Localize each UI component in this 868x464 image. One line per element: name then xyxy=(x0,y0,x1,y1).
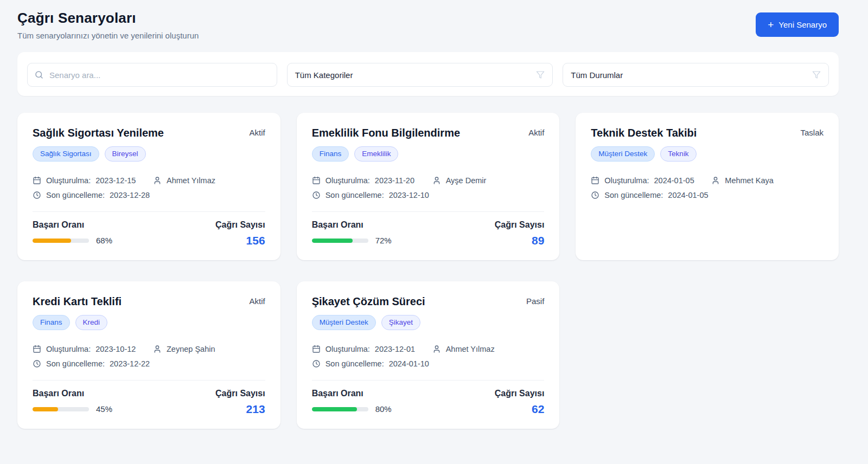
plus-icon: + xyxy=(768,20,774,30)
status-badge: Aktif xyxy=(528,127,544,137)
updated-date: Son güncelleme: 2023-12-28 xyxy=(33,191,265,199)
success-rate-label: Başarı Oranı xyxy=(312,389,392,398)
success-rate-value: 68% xyxy=(96,236,112,245)
scenario-title: Emeklilik Fonu Bilgilendirme xyxy=(312,127,460,139)
filter-bar: Tüm Kategoriler Tüm Durumlar xyxy=(17,52,839,96)
success-rate-label: Başarı Oranı xyxy=(312,220,392,230)
tag-badge: Finans xyxy=(312,146,349,162)
tag-badge: Emeklilik xyxy=(354,146,398,162)
updated-date: Son güncelleme: 2023-12-10 xyxy=(312,191,545,199)
call-count-value: 89 xyxy=(495,234,545,247)
success-rate-label: Başarı Oranı xyxy=(33,220,112,230)
clock-icon xyxy=(591,191,599,199)
user-icon xyxy=(711,176,720,185)
tag-badge: Şikayet xyxy=(381,315,420,330)
user-icon xyxy=(153,176,162,185)
clock-icon xyxy=(33,191,41,199)
status-badge: Aktif xyxy=(249,127,265,137)
header-text: Çağrı Senaryoları Tüm senaryolarınızı yö… xyxy=(17,10,199,40)
category-filter-select[interactable]: Tüm Kategoriler xyxy=(287,63,553,87)
search-input[interactable] xyxy=(27,63,277,87)
updated-date: Son güncelleme: 2024-01-05 xyxy=(591,191,824,199)
calendar-icon xyxy=(312,176,321,185)
created-date: Oluşturulma: 2023-12-01 xyxy=(312,345,432,353)
tag-badge: Teknik xyxy=(660,146,696,162)
scenario-card[interactable]: Teknik Destek Takibi Taslak Müşteri Dest… xyxy=(576,113,839,260)
updated-date: Son güncelleme: 2023-12-22 xyxy=(33,359,265,368)
page-title: Çağrı Senaryoları xyxy=(17,10,199,27)
created-date: Oluşturulma: 2023-12-15 xyxy=(33,176,153,185)
scenario-title: Teknik Destek Takibi xyxy=(591,127,697,139)
scenario-grid: Sağlık Sigortası Yenileme Aktif Sağlık S… xyxy=(17,113,839,429)
user-icon xyxy=(432,176,441,185)
new-scenario-button[interactable]: + Yeni Senaryo xyxy=(756,12,839,37)
calendar-icon xyxy=(33,176,41,185)
tag-badge: Finans xyxy=(33,315,70,330)
clock-icon xyxy=(312,191,321,199)
calendar-icon xyxy=(591,176,599,185)
scenario-title: Sağlık Sigortası Yenileme xyxy=(33,127,164,139)
progress-bar xyxy=(312,239,368,243)
filter-funnel-icon xyxy=(812,70,821,79)
status-badge: Aktif xyxy=(249,295,265,306)
status-filter-select[interactable]: Tüm Durumlar xyxy=(563,63,829,87)
filter-funnel-icon xyxy=(536,70,545,79)
tag-badge: Sağlık Sigortası xyxy=(33,146,99,162)
scenario-title: Kredi Kartı Teklifi xyxy=(33,295,122,308)
calendar-icon xyxy=(33,345,41,353)
call-count-label: Çağrı Sayısı xyxy=(215,389,265,398)
owner: Ayşe Demir xyxy=(432,176,545,185)
owner: Ahmet Yılmaz xyxy=(153,176,265,185)
scenario-card[interactable]: Kredi Kartı Teklifi Aktif Finans Kredi O… xyxy=(17,281,280,429)
search-field-wrap xyxy=(27,63,277,87)
page-header: Çağrı Senaryoları Tüm senaryolarınızı yö… xyxy=(17,10,839,40)
calendar-icon xyxy=(312,345,321,353)
status-filter-value: Tüm Durumlar xyxy=(571,70,623,80)
progress-bar xyxy=(33,407,89,411)
clock-icon xyxy=(33,359,41,368)
created-date: Oluşturulma: 2023-10-12 xyxy=(33,345,153,353)
success-rate-label: Başarı Oranı xyxy=(33,389,112,398)
scenario-card[interactable]: Sağlık Sigortası Yenileme Aktif Sağlık S… xyxy=(17,113,280,260)
success-rate-value: 45% xyxy=(96,404,112,414)
call-count-label: Çağrı Sayısı xyxy=(215,220,265,230)
tag-badge: Kredi xyxy=(75,315,108,330)
owner: Mehmet Kaya xyxy=(711,176,824,185)
user-icon xyxy=(153,345,162,353)
scenario-card[interactable]: Emeklilik Fonu Bilgilendirme Aktif Finan… xyxy=(297,113,560,260)
created-date: Oluşturulma: 2023-11-20 xyxy=(312,176,432,185)
owner: Ahmet Yılmaz xyxy=(432,345,545,353)
call-count-label: Çağrı Sayısı xyxy=(495,389,545,398)
owner: Zeynep Şahin xyxy=(153,345,265,353)
user-icon xyxy=(432,345,441,353)
call-scenarios-page: Çağrı Senaryoları Tüm senaryolarınızı yö… xyxy=(0,0,839,429)
created-date: Oluşturulma: 2024-01-05 xyxy=(591,176,711,185)
category-filter-value: Tüm Kategoriler xyxy=(295,70,353,80)
scenario-card[interactable]: Şikayet Çözüm Süreci Pasif Müşteri Deste… xyxy=(297,281,560,429)
tag-badge: Müşteri Destek xyxy=(591,146,655,162)
call-count-value: 62 xyxy=(495,403,545,416)
search-icon xyxy=(34,70,44,80)
call-count-value: 213 xyxy=(215,403,265,416)
status-badge: Taslak xyxy=(800,127,824,137)
progress-bar xyxy=(312,407,368,411)
clock-icon xyxy=(312,359,321,368)
success-rate-value: 80% xyxy=(375,404,392,414)
updated-date: Son güncelleme: 2024-01-10 xyxy=(312,359,545,368)
progress-bar xyxy=(33,239,89,243)
tag-badge: Bireysel xyxy=(105,146,146,162)
scenario-title: Şikayet Çözüm Süreci xyxy=(312,295,425,308)
page-subtitle: Tüm senaryolarınızı yönetin ve yenilerin… xyxy=(17,31,199,40)
call-count-label: Çağrı Sayısı xyxy=(495,220,545,230)
new-scenario-button-label: Yeni Senaryo xyxy=(778,20,827,29)
tag-badge: Müşteri Destek xyxy=(312,315,376,330)
success-rate-value: 72% xyxy=(375,236,392,245)
status-badge: Pasif xyxy=(526,295,544,306)
call-count-value: 156 xyxy=(215,234,265,247)
